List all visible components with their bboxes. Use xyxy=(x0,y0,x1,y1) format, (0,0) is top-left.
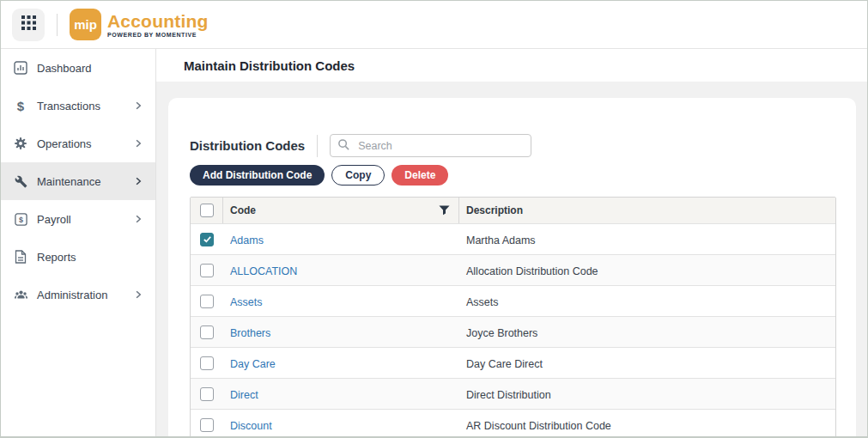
table-row: Discount AR Discount Distribution Code xyxy=(191,409,835,438)
sidebar-item-label: Payroll xyxy=(37,213,71,226)
description-text: Assets xyxy=(466,296,499,308)
description-text: AR Discount Distribution Code xyxy=(466,420,611,432)
table-row: Brothers Joyce Brothers xyxy=(191,316,835,347)
search-box xyxy=(330,134,531,157)
sidebar-item-operations[interactable]: Operations xyxy=(1,125,155,162)
app-header: mip Accounting POWERED BY MOMENTIVE xyxy=(1,1,867,49)
code-link[interactable]: Direct xyxy=(230,389,258,401)
main-content: Maintain Distribution Codes Distribution… xyxy=(156,49,867,436)
table-row: Direct Direct Distribution xyxy=(191,378,835,409)
description-text: Direct Distribution xyxy=(466,389,551,401)
mip-logo: mip xyxy=(70,9,101,40)
row-checkbox[interactable] xyxy=(200,295,214,308)
app-grid-icon xyxy=(21,15,36,33)
delete-button[interactable]: Delete xyxy=(392,165,448,186)
code-link[interactable]: Discount xyxy=(230,420,272,432)
dashboard-icon xyxy=(13,61,28,75)
sidebar: Dashboard $ Transactions xyxy=(1,49,156,436)
description-text: Joyce Brothers xyxy=(466,327,537,339)
sidebar-item-label: Reports xyxy=(37,251,76,264)
gear-icon xyxy=(13,137,28,150)
code-link[interactable]: ALLOCATION xyxy=(230,265,297,277)
chevron-right-icon xyxy=(133,176,143,186)
payroll-dollar-icon: $ xyxy=(13,212,28,226)
app-window: mip Accounting POWERED BY MOMENTIVE Dash… xyxy=(0,0,868,438)
select-all-checkbox[interactable] xyxy=(200,204,214,217)
page-title: Maintain Distribution Codes xyxy=(184,58,355,73)
search-icon xyxy=(337,138,350,155)
code-link[interactable]: Day Care xyxy=(230,358,276,370)
row-checkbox[interactable] xyxy=(200,325,214,339)
code-column-label: Code xyxy=(230,204,256,216)
toolbar: Add Distribution Code Copy Delete xyxy=(190,165,835,186)
title-bar: Maintain Distribution Codes xyxy=(156,49,867,82)
sidebar-item-reports[interactable]: Reports xyxy=(1,238,155,276)
copy-button[interactable]: Copy xyxy=(331,165,385,186)
description-text: Allocation Distribution Code xyxy=(466,265,598,277)
wrench-icon xyxy=(13,174,28,188)
section-divider xyxy=(317,135,318,157)
brand-tagline: POWERED BY MOMENTIVE xyxy=(107,32,209,38)
description-column-label: Description xyxy=(466,204,523,216)
code-column-header: Code xyxy=(223,198,459,223)
sidebar-item-administration[interactable]: Administration xyxy=(1,276,155,313)
brand-block: Accounting POWERED BY MOMENTIVE xyxy=(107,12,209,38)
panel-controls: Distribution Codes xyxy=(190,134,835,157)
row-checkbox[interactable] xyxy=(200,356,214,370)
sidebar-item-payroll[interactable]: $ Payroll xyxy=(1,200,155,238)
row-checkbox[interactable] xyxy=(200,233,214,246)
row-checkbox[interactable] xyxy=(200,418,214,432)
table-row: Adams Martha Adams xyxy=(191,223,835,254)
chevron-right-icon xyxy=(133,138,143,149)
table-row: ALLOCATION Allocation Distribution Code xyxy=(191,254,835,285)
description-text: Martha Adams xyxy=(466,234,536,246)
row-checkbox[interactable] xyxy=(200,387,214,401)
add-distribution-code-button[interactable]: Add Distribution Code xyxy=(190,165,325,186)
sidebar-item-maintenance[interactable]: Maintenance xyxy=(1,162,155,200)
filter-icon[interactable] xyxy=(439,205,450,216)
document-icon xyxy=(13,250,28,264)
table-row: Day Care Day Care Direct xyxy=(191,347,835,378)
chevron-right-icon xyxy=(133,214,143,224)
table-row: Assets Assets xyxy=(191,285,835,316)
section-label: Distribution Codes xyxy=(190,138,305,153)
sidebar-item-label: Dashboard xyxy=(37,62,92,75)
table-header: Code Description xyxy=(191,198,835,223)
description-column-header: Description xyxy=(459,198,835,223)
app-grid-button[interactable] xyxy=(12,9,45,41)
chevron-right-icon xyxy=(133,289,143,300)
dollar-icon: $ xyxy=(13,99,28,113)
distribution-codes-panel: Distribution Codes Add Distribution Code… xyxy=(168,98,856,436)
code-link[interactable]: Assets xyxy=(230,296,263,308)
sidebar-item-label: Administration xyxy=(37,289,107,301)
row-checkbox[interactable] xyxy=(200,264,214,277)
product-name: Accounting xyxy=(107,12,209,31)
sidebar-item-dashboard[interactable]: Dashboard xyxy=(1,49,155,87)
people-icon xyxy=(13,288,28,301)
search-input[interactable] xyxy=(330,134,531,157)
sidebar-item-label: Maintenance xyxy=(37,175,100,188)
sidebar-item-label: Transactions xyxy=(37,100,100,113)
select-all-cell xyxy=(191,198,223,223)
code-link[interactable]: Brothers xyxy=(230,327,270,339)
chevron-right-icon xyxy=(133,100,143,111)
description-text: Day Care Direct xyxy=(466,358,543,370)
svg-text:$: $ xyxy=(19,215,23,223)
distribution-codes-table: Code Description Adams Martha Adams xyxy=(190,197,836,438)
header-divider xyxy=(57,14,58,36)
table-body: Adams Martha Adams ALLOCATION Allocation… xyxy=(191,223,835,438)
sidebar-item-label: Operations xyxy=(37,137,92,150)
code-link[interactable]: Adams xyxy=(230,234,264,246)
sidebar-item-transactions[interactable]: $ Transactions xyxy=(1,87,155,125)
